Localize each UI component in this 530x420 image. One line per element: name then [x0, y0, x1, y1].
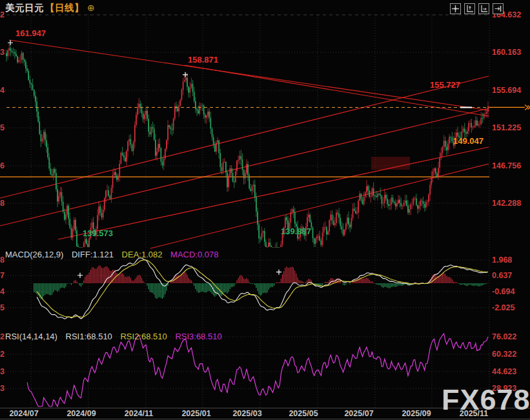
date-axis-tick: 2025/07 — [344, 409, 373, 418]
rsi-header: RSI(14,14,14) RSI1:68.510 RSI2:68.510 RS… — [5, 332, 228, 341]
trendline — [0, 108, 489, 226]
macd-hist-value: MACD:0.078 — [170, 250, 218, 259]
price-annotation: 139.573 — [83, 228, 113, 238]
price-axis-clipped-digit: 3 — [0, 48, 7, 57]
title-bar: 美元日元【日线】⊕ — [5, 2, 95, 14]
trendline — [0, 76, 489, 198]
date-axis-tick: 2024/11 — [125, 409, 154, 418]
macd-diff-line — [37, 258, 488, 319]
swing-point-cross-icon — [77, 273, 83, 278]
price-axis-clipped-digit: 5 — [0, 123, 7, 132]
rsi-line — [27, 334, 488, 406]
price-axis-tick: 155.694 — [492, 86, 521, 95]
axis-scale-up-icon — [465, 5, 474, 13]
macd-params: MACD(26,12,9) — [5, 250, 63, 259]
price-annotation: 158.871 — [188, 55, 218, 65]
price-annotation: 161.947 — [15, 28, 46, 38]
rsi-axis-tick: 44.623 — [492, 367, 516, 376]
rsi2-value: RSI2:68.510 — [120, 332, 167, 341]
rsi-axis-clipped-digit: 3 — [0, 384, 7, 393]
macd-axis-tick: -2.025 — [492, 303, 515, 312]
macd-header: MACD(26,12,9) DIFF:1.121 DEA:1.082 MACD:… — [5, 250, 225, 259]
price-tag-arrow-icon — [525, 105, 530, 110]
macd-diff-value: DIFF:1.121 — [72, 250, 114, 259]
rsi-axis-tick: 28.923 — [492, 384, 516, 393]
price-axis-tick: 151.225 — [492, 123, 521, 132]
price-annotation: 139.887 — [281, 226, 311, 236]
trendline — [9, 40, 489, 110]
axis-scale-right-icon — [480, 5, 488, 13]
rsi-axis-clipped-digit: 3 — [0, 367, 7, 376]
rsi-params: RSI(14,14,14) — [5, 332, 57, 341]
date-axis-tick: 2024/09 — [66, 409, 96, 418]
crosshair-button[interactable] — [450, 3, 461, 14]
chart-window: 美元日元【日线】⊕ MACD — [0, 0, 530, 420]
date-axis-tick: 2025/11 — [460, 409, 489, 418]
scale-y-button[interactable] — [464, 3, 475, 14]
date-axis-tick: 2025/05 — [289, 409, 318, 418]
date-axis-tick: 2025/01 — [181, 409, 210, 418]
swing-point-cross-icon — [8, 40, 13, 45]
price-annotation: 155.727 — [430, 80, 460, 90]
price-axis-tick: 142.288 — [492, 199, 521, 208]
macd-axis-clipped-digit: 5 — [0, 303, 7, 312]
price-annotation: 149.047 — [453, 136, 484, 146]
goto-latest-button[interactable] — [493, 3, 504, 14]
date-axis-tick: 2025/09 — [402, 409, 431, 418]
swing-point-cross-icon — [276, 270, 281, 275]
price-axis-clipped-digit: 8 — [0, 199, 7, 208]
price-axis-tick: 160.163 — [492, 48, 521, 57]
chart-toolbar — [450, 3, 504, 14]
macd-dea-value: DEA:1.082 — [122, 250, 163, 259]
symbol-title: 美元日元 — [5, 3, 44, 13]
go-to-end-icon — [494, 5, 502, 13]
rsi-axis-clipped-digit: 2 — [0, 350, 7, 359]
macd-axis-clipped-digit: 4 — [0, 287, 7, 296]
scale-x-button[interactable] — [478, 3, 489, 14]
rsi3-value: RSI3:68.510 — [175, 332, 221, 341]
macd-axis-tick: 1.968 — [492, 255, 512, 265]
date-axis-tick: 2025/03 — [232, 409, 261, 418]
macd-axis-clipped-digit: 7 — [0, 271, 7, 280]
price-axis-clipped-digit: 6 — [0, 161, 7, 170]
zoom-out-icon[interactable]: ⊕ — [87, 3, 95, 13]
chart-canvas[interactable] — [0, 0, 530, 420]
period-label: 【日线】 — [45, 3, 84, 13]
date-axis-tick: 2024/07 — [9, 409, 38, 418]
macd-axis-tick: -0.694 — [492, 287, 515, 296]
trendline — [58, 147, 489, 239]
rsi-axis-tick: 76.022 — [492, 332, 516, 341]
rsi1-value: RSI1:68.510 — [66, 332, 112, 341]
crosshair-icon — [451, 5, 460, 13]
macd-axis-tick: 0.637 — [492, 271, 512, 280]
candlestick-layer — [6, 44, 489, 248]
rsi-axis-tick: 60.322 — [492, 350, 516, 359]
price-axis-tick: 146.756 — [492, 161, 521, 170]
price-axis-clipped-digit: 4 — [0, 86, 7, 95]
